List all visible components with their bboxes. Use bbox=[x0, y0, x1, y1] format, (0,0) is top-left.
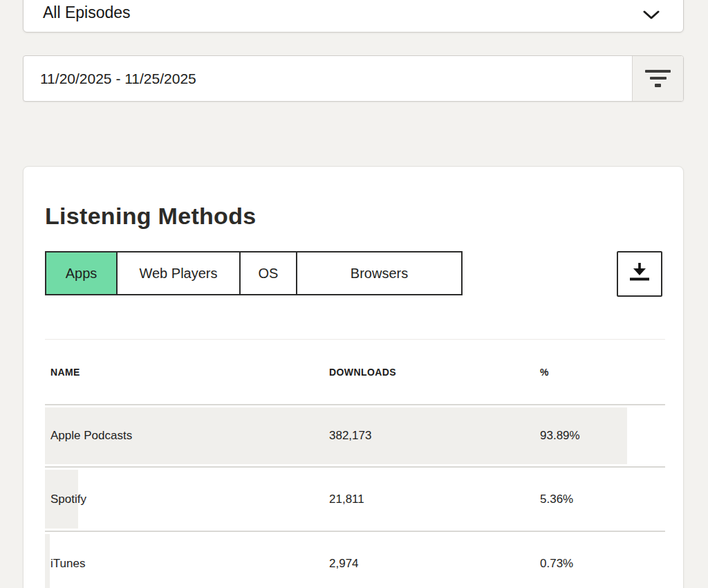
column-header-downloads: DOWNLOADS bbox=[329, 367, 540, 378]
filter-button[interactable] bbox=[632, 56, 683, 101]
tab-os[interactable]: OS bbox=[239, 251, 297, 295]
filter-lines-icon bbox=[645, 70, 671, 87]
tab-apps[interactable]: Apps bbox=[45, 251, 118, 295]
cell-downloads: 382,173 bbox=[329, 429, 540, 443]
episode-selector-value: All Episodes bbox=[24, 0, 131, 22]
cell-downloads: 21,811 bbox=[329, 493, 540, 506]
listening-methods-table: NAME DOWNLOADS % Apple Podcasts 382,173 … bbox=[45, 339, 665, 588]
table-row: iTunes 2,974 0.73% bbox=[45, 531, 665, 588]
cell-name: Spotify bbox=[45, 493, 329, 506]
listening-methods-card: Listening Methods Apps Web Players OS Br… bbox=[23, 166, 684, 588]
table-row: Spotify 21,811 5.36% bbox=[45, 466, 665, 531]
listening-methods-tabs: Apps Web Players OS Browsers bbox=[45, 251, 463, 295]
tab-browsers[interactable]: Browsers bbox=[296, 251, 463, 295]
date-range-control: 11/20/2025 - 11/25/2025 bbox=[23, 55, 684, 102]
cell-name: Apple Podcasts bbox=[45, 429, 329, 443]
download-icon bbox=[628, 262, 651, 286]
chevron-down-icon bbox=[643, 10, 660, 23]
cell-percent: 0.73% bbox=[540, 557, 665, 571]
column-header-percent: % bbox=[540, 367, 665, 378]
date-range-value: 11/20/2025 - 11/25/2025 bbox=[40, 71, 196, 87]
cell-downloads: 2,974 bbox=[329, 557, 540, 571]
table-row: Apple Podcasts 382,173 93.89% bbox=[45, 404, 665, 466]
cell-name: iTunes bbox=[45, 557, 329, 571]
episode-selector[interactable]: All Episodes bbox=[23, 0, 684, 33]
download-button[interactable] bbox=[617, 251, 662, 297]
cell-percent: 5.36% bbox=[540, 493, 665, 506]
tab-web-players[interactable]: Web Players bbox=[116, 251, 241, 295]
cell-percent: 93.89% bbox=[540, 429, 665, 443]
column-header-name: NAME bbox=[45, 367, 329, 378]
date-range-input[interactable]: 11/20/2025 - 11/25/2025 bbox=[24, 56, 632, 101]
table-header-row: NAME DOWNLOADS % bbox=[45, 340, 665, 404]
card-title: Listening Methods bbox=[45, 203, 256, 230]
